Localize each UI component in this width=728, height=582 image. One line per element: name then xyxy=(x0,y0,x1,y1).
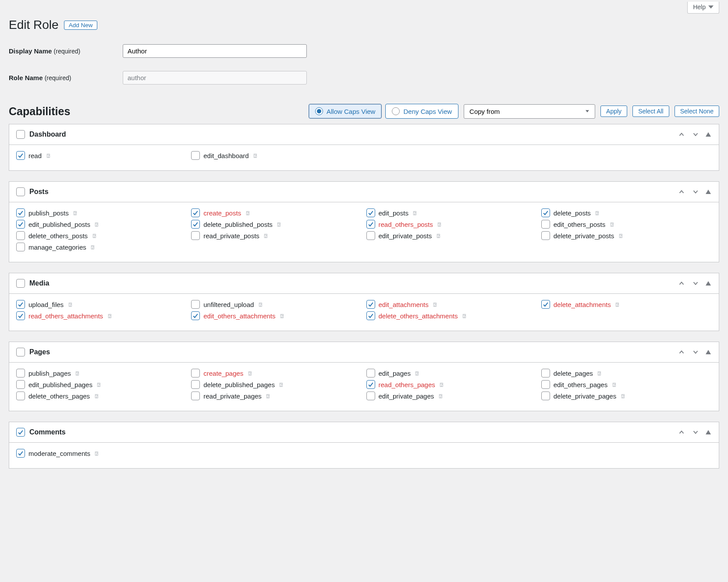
allow-caps-view-radio[interactable]: Allow Caps View xyxy=(309,104,382,119)
capability-checkbox[interactable] xyxy=(16,369,25,377)
help-icon[interactable]: ⍰ xyxy=(432,301,438,307)
capability-label[interactable]: upload_files xyxy=(28,301,64,308)
capability-label[interactable]: create_posts xyxy=(203,209,241,217)
capability-label[interactable]: publish_posts xyxy=(28,209,69,217)
help-icon[interactable]: ⍰ xyxy=(620,393,626,399)
capability-checkbox[interactable] xyxy=(541,369,550,377)
chevron-up-icon[interactable] xyxy=(677,130,686,139)
help-icon[interactable]: ⍰ xyxy=(614,301,621,307)
help-icon[interactable]: ⍰ xyxy=(90,244,96,250)
chevron-up-icon[interactable] xyxy=(677,347,686,357)
help-icon[interactable]: ⍰ xyxy=(75,370,81,376)
capability-checkbox[interactable] xyxy=(366,220,375,229)
add-new-button[interactable]: Add New xyxy=(64,21,98,30)
apply-button[interactable]: Apply xyxy=(600,106,627,117)
capability-checkbox[interactable] xyxy=(16,300,25,309)
help-icon[interactable]: ⍰ xyxy=(245,210,251,216)
capability-label[interactable]: edit_published_posts xyxy=(28,221,90,228)
capability-label[interactable]: manage_categories xyxy=(28,243,86,251)
capability-label[interactable]: read_private_posts xyxy=(203,232,259,240)
capability-label[interactable]: delete_attachments xyxy=(554,301,611,308)
capability-checkbox[interactable] xyxy=(191,369,200,377)
display-name-input[interactable] xyxy=(123,44,307,58)
capability-checkbox[interactable] xyxy=(16,392,25,400)
help-icon[interactable]: ⍰ xyxy=(94,221,100,227)
capability-label[interactable]: edit_private_posts xyxy=(379,232,432,240)
help-icon[interactable]: ⍰ xyxy=(461,313,467,319)
capability-label[interactable]: read_others_posts xyxy=(379,221,433,228)
collapse-icon[interactable] xyxy=(705,280,712,286)
capability-label[interactable]: create_pages xyxy=(203,370,243,377)
capability-checkbox[interactable] xyxy=(16,208,25,217)
help-icon[interactable]: ⍰ xyxy=(265,393,271,399)
capability-checkbox[interactable] xyxy=(191,311,200,320)
help-icon[interactable]: ⍰ xyxy=(252,152,259,159)
chevron-down-icon[interactable] xyxy=(691,279,700,288)
help-icon[interactable]: ⍰ xyxy=(107,313,113,319)
capability-label[interactable]: delete_published_pages xyxy=(203,381,275,388)
capability-checkbox[interactable] xyxy=(366,300,375,309)
help-icon[interactable]: ⍰ xyxy=(611,381,617,388)
help-icon[interactable]: ⍰ xyxy=(437,221,443,227)
chevron-up-icon[interactable] xyxy=(677,279,686,288)
chevron-down-icon[interactable] xyxy=(691,347,700,357)
capability-label[interactable]: read_private_pages xyxy=(203,392,262,400)
capability-checkbox[interactable] xyxy=(191,392,200,400)
capability-label[interactable]: read_others_attachments xyxy=(28,312,103,320)
capability-checkbox[interactable] xyxy=(541,380,550,389)
capability-label[interactable]: edit_others_pages xyxy=(554,381,607,388)
capability-label[interactable]: delete_others_pages xyxy=(28,392,90,400)
capability-checkbox[interactable] xyxy=(366,311,375,320)
capability-checkbox[interactable] xyxy=(16,311,25,320)
capability-label[interactable]: edit_pages xyxy=(379,370,411,377)
chevron-down-icon[interactable] xyxy=(691,130,700,139)
help-icon[interactable]: ⍰ xyxy=(257,301,263,307)
capability-checkbox[interactable] xyxy=(16,220,25,229)
section-checkbox[interactable] xyxy=(16,428,25,437)
help-icon[interactable]: ⍰ xyxy=(276,221,282,227)
help-icon[interactable]: ⍰ xyxy=(435,233,441,239)
help-icon[interactable]: ⍰ xyxy=(67,301,73,307)
help-icon[interactable]: ⍰ xyxy=(72,210,78,216)
capability-checkbox[interactable] xyxy=(16,243,25,251)
capability-label[interactable]: edit_published_pages xyxy=(28,381,92,388)
capability-label[interactable]: unfiltered_upload xyxy=(203,301,254,308)
capability-label[interactable]: read_others_pages xyxy=(379,381,435,388)
help-icon[interactable]: ⍰ xyxy=(594,210,600,216)
capability-label[interactable]: delete_published_posts xyxy=(203,221,273,228)
collapse-icon[interactable] xyxy=(705,189,712,195)
help-icon[interactable]: ⍰ xyxy=(609,221,615,227)
copy-from-select[interactable]: Copy from xyxy=(464,104,595,119)
capability-checkbox[interactable] xyxy=(541,231,550,240)
capability-label[interactable]: delete_private_posts xyxy=(554,232,614,240)
help-icon[interactable]: ⍰ xyxy=(618,233,624,239)
capability-label[interactable]: delete_pages xyxy=(554,370,593,377)
section-checkbox[interactable] xyxy=(16,187,25,196)
help-icon[interactable]: ⍰ xyxy=(279,313,285,319)
select-all-button[interactable]: Select All xyxy=(632,106,669,117)
capability-checkbox[interactable] xyxy=(16,449,25,458)
help-icon[interactable]: ⍰ xyxy=(278,381,284,388)
capability-label[interactable]: delete_others_attachments xyxy=(379,312,458,320)
capability-label[interactable]: edit_dashboard xyxy=(203,152,249,159)
capability-checkbox[interactable] xyxy=(191,151,200,160)
help-tab[interactable]: Help xyxy=(687,2,719,14)
collapse-icon[interactable] xyxy=(705,429,712,435)
capability-label[interactable]: delete_private_pages xyxy=(554,392,616,400)
capability-checkbox[interactable] xyxy=(366,231,375,240)
capability-label[interactable]: read xyxy=(28,152,42,159)
help-icon[interactable]: ⍰ xyxy=(437,393,444,399)
capability-checkbox[interactable] xyxy=(191,208,200,217)
chevron-up-icon[interactable] xyxy=(677,187,686,197)
capability-checkbox[interactable] xyxy=(541,392,550,400)
capability-label[interactable]: edit_others_attachments xyxy=(203,312,275,320)
capability-checkbox[interactable] xyxy=(541,300,550,309)
capability-checkbox[interactable] xyxy=(366,208,375,217)
collapse-icon[interactable] xyxy=(705,131,712,138)
help-icon[interactable]: ⍰ xyxy=(247,370,253,376)
help-icon[interactable]: ⍰ xyxy=(597,370,603,376)
section-checkbox[interactable] xyxy=(16,279,25,288)
help-icon[interactable]: ⍰ xyxy=(45,152,51,159)
capability-checkbox[interactable] xyxy=(191,231,200,240)
help-icon[interactable]: ⍰ xyxy=(263,233,269,239)
